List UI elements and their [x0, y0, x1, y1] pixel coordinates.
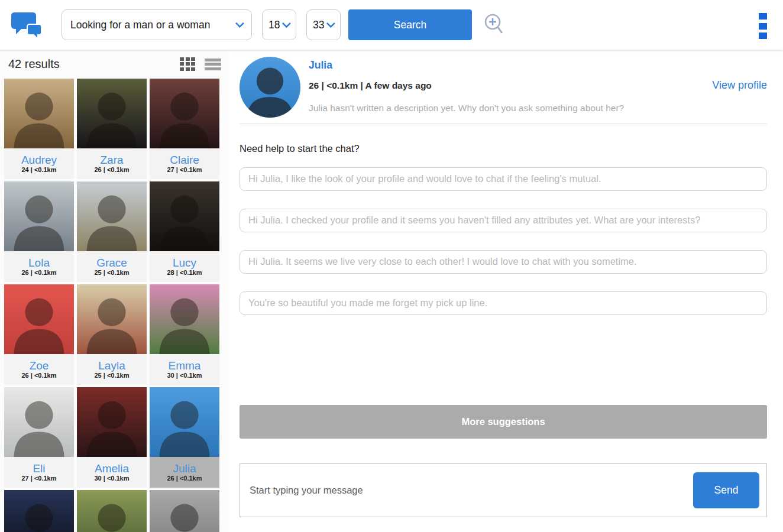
person-name: Eli: [33, 463, 45, 474]
chevron-down-icon: [235, 18, 245, 28]
person-photo: [77, 181, 147, 251]
person-info: 28 | <0.1km: [167, 270, 202, 276]
suggestion-item[interactable]: Hi Julia. It seems we live very close to…: [240, 250, 767, 274]
person-name: Zoe: [30, 360, 49, 371]
person-info: 26 | <0.1km: [94, 167, 129, 173]
view-profile-link[interactable]: View profile: [712, 79, 767, 92]
looking-for-select[interactable]: Looking for a man or a woman: [62, 9, 252, 40]
person-info: 25 | <0.1km: [94, 372, 129, 379]
person-info: 24 | <0.1km: [21, 167, 56, 173]
avatar: [240, 57, 300, 118]
chevron-down-icon: [326, 19, 335, 28]
person-photo: [4, 387, 74, 457]
person-info: 25 | <0.1km: [94, 270, 129, 276]
suggestion-item[interactable]: You're so beautiful you made me forget m…: [240, 291, 767, 315]
person-photo: [77, 79, 147, 148]
person-info: 27 | <0.1km: [21, 475, 56, 482]
suggestion-item[interactable]: Hi Julia, I like the look of your profil…: [240, 167, 767, 191]
results-header: 42 results: [0, 50, 229, 79]
person-photo: [150, 490, 219, 532]
person-name: Zara: [100, 154, 123, 166]
grid-view-icon[interactable]: [180, 57, 196, 72]
person-info: 27 | <0.1km: [167, 167, 202, 173]
person-photo: [4, 490, 74, 532]
person-name: Amelia: [95, 463, 129, 474]
looking-for-value: Looking for a man or a woman: [70, 19, 210, 31]
person-info: 26 | <0.1km: [21, 270, 56, 276]
overflow-menu-icon[interactable]: [759, 13, 767, 39]
person-info: 26 | <0.1km: [167, 475, 202, 482]
person-photo: [4, 181, 74, 251]
suggestion-list: Hi Julia, I like the look of your profil…: [240, 167, 767, 315]
profile-meta: 26 | <0.1km | A few days ago: [309, 80, 432, 91]
person-card[interactable]: Zara 26 | <0.1km: [77, 79, 147, 179]
profile-description: Julia hasn't written a description yet. …: [309, 103, 624, 113]
person-info: 30 | <0.1km: [167, 372, 202, 379]
person-name: Claire: [170, 154, 199, 166]
chat-panel: Julia 26 | <0.1km | A few days ago View …: [229, 50, 783, 532]
suggestion-item[interactable]: Hi Julia. I checked your profile and it …: [240, 209, 767, 232]
person-info: 26 | <0.1km: [21, 372, 56, 379]
person-name: Lucy: [173, 257, 196, 268]
age-max-select[interactable]: 33: [306, 9, 341, 40]
send-button[interactable]: Send: [693, 472, 759, 508]
person-name: Audrey: [21, 154, 57, 166]
person-photo: [77, 490, 147, 532]
person-photo: [150, 181, 219, 251]
person-photo: [77, 387, 147, 457]
person-name: Layla: [98, 360, 125, 371]
chevron-down-icon: [282, 19, 291, 28]
top-search-bar: Looking for a man or a woman 18 33 Searc…: [0, 0, 783, 50]
age-min-value: 18: [268, 19, 280, 31]
person-card[interactable]: Grace 25 | <0.1km: [77, 181, 147, 282]
person-card[interactable]: Lola 26 | <0.1km: [4, 181, 74, 282]
profile-name: Julia: [309, 59, 332, 72]
age-max-value: 33: [313, 19, 324, 31]
person-name: Julia: [173, 463, 196, 474]
person-card[interactable]: Eli 27 | <0.1km: [4, 387, 74, 488]
person-card[interactable]: Lucy 28 | <0.1km: [150, 181, 219, 282]
person-card[interactable]: [77, 490, 147, 532]
person-photo: [4, 79, 74, 148]
person-card[interactable]: Layla 25 | <0.1km: [77, 284, 147, 385]
magnifier-plus-icon[interactable]: [483, 12, 506, 38]
chat-bubbles-icon: [11, 10, 44, 40]
people-grid: Audrey 24 | <0.1km Zara 26 | <0.1km Clai…: [0, 79, 229, 532]
person-photo: [4, 284, 74, 354]
profile-header: Julia 26 | <0.1km | A few days ago View …: [240, 50, 767, 124]
message-input[interactable]: [250, 464, 675, 517]
person-card[interactable]: [4, 490, 74, 532]
age-min-select[interactable]: 18: [262, 9, 296, 40]
person-photo: [77, 284, 147, 354]
help-heading: Need help to start the chat?: [240, 143, 767, 154]
person-card[interactable]: Zoe 26 | <0.1km: [4, 284, 74, 385]
person-card[interactable]: Claire 27 | <0.1km: [150, 79, 219, 179]
person-name: Lola: [28, 257, 50, 268]
person-name: Emma: [169, 360, 201, 371]
person-card[interactable]: [150, 490, 219, 532]
results-sidebar: 42 results Audrey 24 | <0.1km: [0, 50, 229, 532]
person-photo: [150, 387, 219, 457]
more-suggestions-button[interactable]: More suggestions: [240, 405, 767, 439]
person-photo: [150, 284, 219, 354]
person-photo: [150, 79, 219, 148]
person-card[interactable]: Julia 26 | <0.1km: [150, 387, 219, 488]
search-button[interactable]: Search: [348, 9, 472, 40]
person-card[interactable]: Audrey 24 | <0.1km: [4, 79, 74, 179]
person-card[interactable]: Amelia 30 | <0.1km: [77, 387, 147, 488]
person-card[interactable]: Emma 30 | <0.1km: [150, 284, 219, 385]
person-name: Grace: [96, 257, 127, 268]
list-view-icon[interactable]: [205, 57, 221, 72]
person-info: 30 | <0.1km: [94, 475, 129, 482]
message-composer: Send: [240, 463, 767, 517]
results-count: 42 results: [8, 57, 60, 71]
